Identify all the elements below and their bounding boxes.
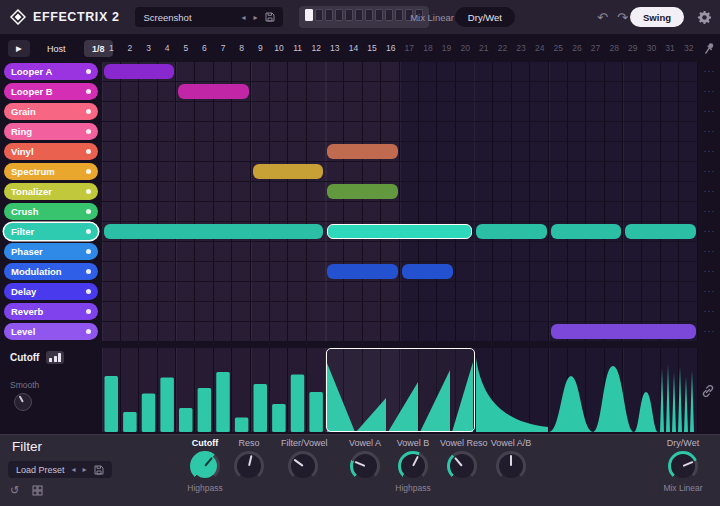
step-number[interactable]: 4	[158, 41, 177, 56]
knob-cutoff[interactable]: CutoffHighpass	[183, 437, 227, 493]
track-lane[interactable]	[102, 62, 698, 81]
knob-ring[interactable]	[398, 451, 428, 481]
knob-body[interactable]	[499, 454, 523, 478]
knob-body[interactable]	[353, 454, 377, 478]
row-menu-button[interactable]: ···	[701, 222, 718, 241]
swing-button[interactable]: Swing	[630, 7, 684, 27]
knob-vowel-reso[interactable]: Vowel Reso	[440, 437, 484, 481]
editor-canvas[interactable]	[102, 348, 698, 432]
copy-bank-icon[interactable]	[32, 485, 43, 496]
step-number[interactable]: 26	[568, 41, 587, 56]
redo-icon[interactable]: ↷	[617, 0, 628, 34]
host-sync-button[interactable]: Host	[36, 40, 77, 57]
track-pill-reverb[interactable]: Reverb	[4, 303, 98, 320]
knob-ring[interactable]	[668, 451, 698, 481]
step-number[interactable]: 20	[456, 41, 475, 56]
track-pill-crush[interactable]: Crush	[4, 203, 98, 220]
step-number[interactable]: 5	[177, 41, 196, 56]
row-menu-button[interactable]: ···	[701, 302, 718, 321]
step-number[interactable]: 1	[102, 41, 121, 56]
knob-ring[interactable]	[288, 451, 318, 481]
global-preset-name[interactable]: Screenshot	[143, 12, 233, 23]
knob-body[interactable]	[237, 454, 261, 478]
preset-next-icon[interactable]: ▸	[253, 13, 257, 22]
knob-ring[interactable]	[496, 451, 526, 481]
track-enable-dot[interactable]	[86, 169, 91, 174]
track-pill-tonalizer[interactable]: Tonalizer	[4, 183, 98, 200]
step-number[interactable]: 29	[624, 41, 643, 56]
step-number[interactable]: 12	[307, 41, 326, 56]
track-pill-looper-a[interactable]: Looper A	[4, 63, 98, 80]
step-number[interactable]: 32	[679, 41, 698, 56]
track-enable-dot[interactable]	[86, 189, 91, 194]
row-menu-button[interactable]: ···	[701, 202, 718, 221]
step-number[interactable]: 22	[493, 41, 512, 56]
pattern-key[interactable]	[375, 9, 383, 21]
row-menu-button[interactable]: ···	[701, 182, 718, 201]
effect-preset-label[interactable]: Load Preset	[16, 465, 65, 475]
step-number[interactable]: 7	[214, 41, 233, 56]
track-enable-dot[interactable]	[86, 209, 91, 214]
effect-block[interactable]	[551, 324, 696, 339]
step-number[interactable]: 11	[288, 41, 307, 56]
effect-preset-box[interactable]: Load Preset ◂ ▸	[8, 461, 112, 478]
step-number[interactable]: 19	[437, 41, 456, 56]
undo-icon[interactable]: ↶	[597, 0, 608, 34]
bar-chart-icon[interactable]	[46, 351, 64, 364]
effect-block[interactable]	[625, 224, 696, 239]
track-pill-delay[interactable]: Delay	[4, 283, 98, 300]
smooth-knob[interactable]	[14, 393, 32, 411]
track-enable-dot[interactable]	[86, 269, 91, 274]
knob-body[interactable]	[291, 454, 315, 478]
pattern-key[interactable]	[355, 9, 363, 21]
track-pill-phaser[interactable]: Phaser	[4, 243, 98, 260]
step-number[interactable]: 30	[642, 41, 661, 56]
track-pill-vinyl[interactable]: Vinyl	[4, 143, 98, 160]
knob-vowel-a[interactable]: Vowel A	[343, 437, 387, 481]
track-lane[interactable]	[102, 282, 698, 301]
pattern-key[interactable]	[345, 9, 353, 21]
step-number[interactable]: 25	[549, 41, 568, 56]
track-lane[interactable]	[102, 102, 698, 121]
knob-dry-wet[interactable]: Dry/WetMix Linear	[661, 437, 705, 493]
row-menu-button[interactable]: ···	[701, 262, 718, 281]
track-lane[interactable]	[102, 202, 698, 221]
effect-save-icon[interactable]	[94, 465, 104, 475]
track-enable-dot[interactable]	[86, 289, 91, 294]
pattern-key[interactable]	[395, 9, 403, 21]
track-enable-dot[interactable]	[86, 149, 91, 154]
track-pill-spectrum[interactable]: Spectrum	[4, 163, 98, 180]
step-number[interactable]: 8	[232, 41, 251, 56]
knob-body[interactable]	[450, 454, 474, 478]
knob-vowel-b[interactable]: Vowel BHighpass	[391, 437, 435, 493]
pin-icon[interactable]	[704, 41, 715, 59]
pattern-key[interactable]	[315, 9, 323, 21]
step-number[interactable]: 16	[381, 41, 400, 56]
effect-block[interactable]	[104, 64, 175, 79]
knob-ring[interactable]	[447, 451, 477, 481]
row-menu-button[interactable]: ···	[701, 102, 718, 121]
effect-preset-next-icon[interactable]: ▸	[83, 465, 87, 474]
row-menu-button[interactable]: ···	[701, 62, 718, 81]
knob-body[interactable]	[671, 454, 695, 478]
step-number[interactable]: 3	[139, 41, 158, 56]
effect-block[interactable]	[476, 224, 547, 239]
step-number[interactable]: 17	[400, 41, 419, 56]
knob-body[interactable]	[193, 454, 217, 478]
effect-block[interactable]	[551, 224, 622, 239]
step-number[interactable]: 23	[512, 41, 531, 56]
effect-block[interactable]	[253, 164, 324, 179]
reset-icon[interactable]: ↺	[10, 484, 19, 497]
gear-icon[interactable]	[697, 0, 712, 34]
step-number[interactable]: 2	[121, 41, 140, 56]
step-number[interactable]: 28	[605, 41, 624, 56]
preset-prev-icon[interactable]: ◂	[241, 13, 245, 22]
track-pill-ring[interactable]: Ring	[4, 123, 98, 140]
track-lane[interactable]	[102, 262, 698, 281]
knob-body[interactable]	[401, 454, 425, 478]
pattern-key[interactable]	[385, 9, 393, 21]
track-lane[interactable]	[102, 302, 698, 321]
step-number[interactable]: 14	[344, 41, 363, 56]
track-pill-level[interactable]: Level	[4, 323, 98, 340]
step-number[interactable]: 31	[661, 41, 680, 56]
